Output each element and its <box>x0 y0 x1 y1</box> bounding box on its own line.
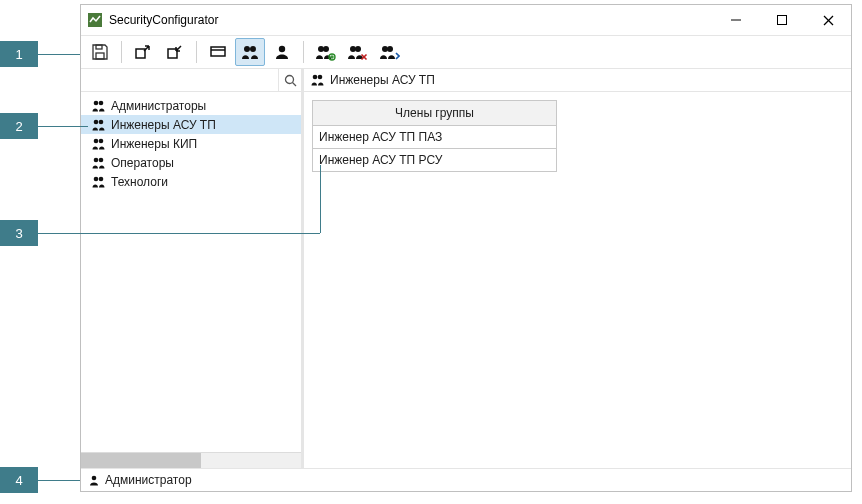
group-icon <box>91 98 107 114</box>
svg-point-20 <box>355 46 361 52</box>
tree-item-label: Технологи <box>111 175 168 189</box>
close-button[interactable] <box>805 5 851 35</box>
export-button[interactable] <box>128 38 158 66</box>
svg-point-24 <box>387 46 393 52</box>
search-input[interactable] <box>81 69 278 91</box>
svg-point-30 <box>99 119 104 124</box>
groups-panel: Администраторы Инженеры АСУ ТП Инженеры … <box>81 69 304 468</box>
tree-item[interactable]: Технологи <box>81 172 301 191</box>
svg-point-38 <box>318 75 323 80</box>
svg-point-29 <box>94 119 99 124</box>
table-row[interactable]: Инженер АСУ ТП ПАЗ <box>313 126 557 149</box>
svg-point-36 <box>99 176 104 181</box>
import-button[interactable] <box>160 38 190 66</box>
annotation-callout-2: 2 <box>0 113 88 139</box>
members-column-header[interactable]: Члены группы <box>313 101 557 126</box>
svg-point-11 <box>244 46 250 52</box>
view-screens-button[interactable] <box>203 38 233 66</box>
status-user: Администратор <box>105 473 192 487</box>
save-button[interactable] <box>85 38 115 66</box>
tree-item-label: Администраторы <box>111 99 206 113</box>
svg-rect-6 <box>96 53 104 59</box>
titlebar: SecurityConfigurator <box>81 5 851 36</box>
annotation-callout-4: 4 <box>0 467 80 493</box>
group-icon <box>91 117 107 133</box>
add-group-button[interactable] <box>310 38 340 66</box>
svg-point-15 <box>323 46 329 52</box>
group-icon <box>91 174 107 190</box>
group-icon <box>91 155 107 171</box>
svg-point-31 <box>94 138 99 143</box>
svg-point-34 <box>99 157 104 162</box>
maximize-button[interactable] <box>759 5 805 35</box>
details-header: Инженеры АСУ ТП <box>304 69 851 92</box>
member-cell: Инженер АСУ ТП ПАЗ <box>313 126 557 149</box>
svg-point-12 <box>250 46 256 52</box>
tree-item-label: Инженеры КИП <box>111 137 197 151</box>
svg-point-27 <box>94 100 99 105</box>
user-icon <box>87 473 101 487</box>
client-area: Администраторы Инженеры АСУ ТП Инженеры … <box>81 69 851 468</box>
svg-point-37 <box>313 75 318 80</box>
svg-line-26 <box>292 82 296 86</box>
minimize-button[interactable] <box>713 5 759 35</box>
member-cell: Инженер АСУ ТП РСУ <box>313 149 557 172</box>
tree-item[interactable]: Инженеры КИП <box>81 134 301 153</box>
svg-point-39 <box>92 476 97 481</box>
details-panel: Инженеры АСУ ТП Члены группы Инженер АСУ… <box>304 69 851 468</box>
svg-rect-2 <box>778 16 787 25</box>
svg-point-13 <box>279 46 285 52</box>
tree-item[interactable]: Операторы <box>81 153 301 172</box>
app-window: SecurityConfigurator <box>80 4 852 492</box>
copy-group-button[interactable] <box>374 38 404 66</box>
svg-point-25 <box>285 75 293 83</box>
annotation-callout-3: 3 <box>0 220 320 246</box>
details-title: Инженеры АСУ ТП <box>330 73 435 87</box>
horizontal-scrollbar[interactable] <box>81 452 301 468</box>
svg-point-33 <box>94 157 99 162</box>
group-icon <box>310 72 326 88</box>
view-groups-button[interactable] <box>235 38 265 66</box>
group-icon <box>91 136 107 152</box>
remove-group-button[interactable] <box>342 38 372 66</box>
svg-rect-5 <box>96 45 102 49</box>
groups-tree[interactable]: Администраторы Инженеры АСУ ТП Инженеры … <box>81 92 301 452</box>
tree-item-label: Инженеры АСУ ТП <box>111 118 216 132</box>
svg-point-32 <box>99 138 104 143</box>
tree-item[interactable]: Инженеры АСУ ТП <box>81 115 301 134</box>
search-button[interactable] <box>278 69 301 91</box>
view-users-button[interactable] <box>267 38 297 66</box>
table-row[interactable]: Инженер АСУ ТП РСУ <box>313 149 557 172</box>
app-icon <box>87 12 103 28</box>
members-table: Члены группы Инженер АСУ ТП ПАЗ Инженер … <box>312 100 557 172</box>
svg-rect-9 <box>211 47 225 56</box>
tree-item[interactable]: Администраторы <box>81 96 301 115</box>
window-title: SecurityConfigurator <box>109 13 218 27</box>
tree-item-label: Операторы <box>111 156 174 170</box>
toolbar <box>81 36 851 69</box>
annotation-callout-1: 1 <box>0 41 80 67</box>
svg-point-35 <box>94 176 99 181</box>
statusbar: Администратор <box>81 468 851 491</box>
svg-point-28 <box>99 100 104 105</box>
